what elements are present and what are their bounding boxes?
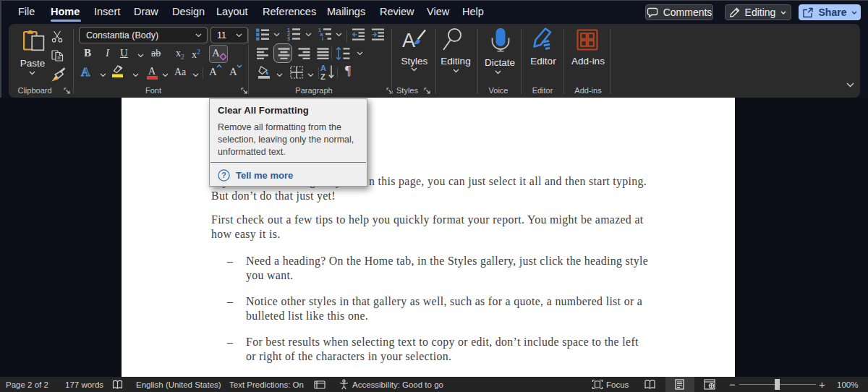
svg-text:i: i — [322, 36, 323, 41]
svg-text:?: ? — [221, 171, 226, 179]
svg-text:A: A — [402, 30, 415, 51]
svg-text:Z: Z — [320, 72, 326, 81]
svg-text:3: 3 — [287, 35, 290, 41]
svg-text:A: A — [320, 64, 326, 72]
